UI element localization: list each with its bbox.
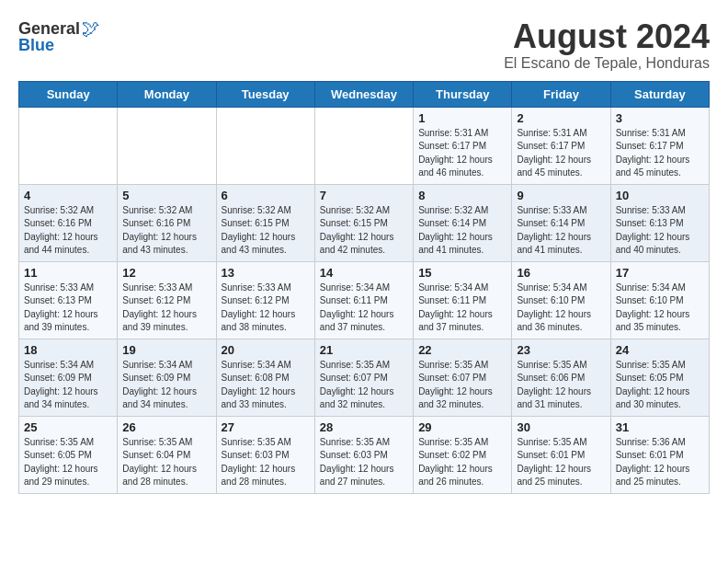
day-number: 6 (222, 189, 310, 202)
calendar-cell-11: 8Sunrise: 5:32 AM Sunset: 6:14 PM Daylig… (414, 184, 512, 261)
day-info: Sunrise: 5:32 AM Sunset: 6:14 PM Dayligh… (418, 204, 506, 258)
day-info: Sunrise: 5:35 AM Sunset: 6:03 PM Dayligh… (222, 436, 310, 489)
day-info: Sunrise: 5:35 AM Sunset: 6:05 PM Dayligh… (616, 359, 704, 412)
day-info: Sunrise: 5:35 AM Sunset: 6:07 PM Dayligh… (320, 359, 408, 412)
calendar-cell-31: 28Sunrise: 5:35 AM Sunset: 6:03 PM Dayli… (314, 416, 413, 493)
calendar-table: SundayMondayTuesdayWednesdayThursdayFrid… (18, 81, 710, 494)
day-number: 2 (517, 111, 605, 125)
calendar-cell-12: 9Sunrise: 5:33 AM Sunset: 6:14 PM Daylig… (512, 184, 610, 261)
day-number: 1 (418, 111, 506, 125)
weekday-header-row: SundayMondayTuesdayWednesdayThursdayFrid… (19, 81, 710, 107)
day-number: 28 (320, 420, 408, 434)
logo-bird-icon: 🕊 (82, 18, 100, 40)
weekday-header-saturday: Saturday (610, 81, 709, 107)
calendar-cell-6: 3Sunrise: 5:31 AM Sunset: 6:17 PM Daylig… (610, 107, 709, 184)
calendar-cell-22: 19Sunrise: 5:34 AM Sunset: 6:09 PM Dayli… (118, 339, 216, 416)
day-number: 9 (517, 189, 605, 202)
day-number: 23 (517, 343, 605, 357)
day-info: Sunrise: 5:34 AM Sunset: 6:11 PM Dayligh… (320, 282, 408, 335)
weekday-header-thursday: Thursday (414, 81, 512, 107)
day-info: Sunrise: 5:32 AM Sunset: 6:16 PM Dayligh… (24, 204, 112, 258)
day-info: Sunrise: 5:35 AM Sunset: 6:06 PM Dayligh… (517, 359, 605, 412)
calendar-cell-29: 26Sunrise: 5:35 AM Sunset: 6:04 PM Dayli… (118, 416, 216, 493)
day-number: 27 (222, 420, 310, 434)
day-info: Sunrise: 5:32 AM Sunset: 6:16 PM Dayligh… (122, 204, 210, 258)
calendar-cell-16: 13Sunrise: 5:33 AM Sunset: 6:12 PM Dayli… (216, 261, 314, 339)
day-number: 3 (616, 111, 704, 125)
weekday-header-wednesday: Wednesday (314, 81, 413, 107)
title-area: August 2024 El Escano de Tepale, Hondura… (504, 18, 710, 72)
calendar-cell-24: 21Sunrise: 5:35 AM Sunset: 6:07 PM Dayli… (314, 339, 413, 416)
week-row-2: 4Sunrise: 5:32 AM Sunset: 6:16 PM Daylig… (19, 184, 710, 261)
day-number: 26 (122, 420, 210, 434)
day-number: 20 (222, 343, 310, 357)
calendar-cell-25: 22Sunrise: 5:35 AM Sunset: 6:07 PM Dayli… (414, 339, 512, 416)
day-info: Sunrise: 5:35 AM Sunset: 6:02 PM Dayligh… (418, 436, 506, 489)
weekday-header-monday: Monday (118, 81, 216, 107)
week-row-5: 25Sunrise: 5:35 AM Sunset: 6:05 PM Dayli… (19, 416, 710, 493)
calendar-cell-2 (216, 107, 314, 184)
day-number: 13 (222, 266, 310, 280)
calendar-cell-34: 31Sunrise: 5:36 AM Sunset: 6:01 PM Dayli… (610, 416, 709, 493)
calendar-cell-20: 17Sunrise: 5:34 AM Sunset: 6:10 PM Dayli… (610, 261, 709, 339)
day-number: 21 (320, 343, 408, 357)
calendar-cell-19: 16Sunrise: 5:34 AM Sunset: 6:10 PM Dayli… (512, 261, 610, 339)
day-number: 24 (616, 343, 704, 357)
calendar-cell-27: 24Sunrise: 5:35 AM Sunset: 6:05 PM Dayli… (610, 339, 709, 416)
day-info: Sunrise: 5:32 AM Sunset: 6:15 PM Dayligh… (320, 204, 408, 258)
calendar-cell-28: 25Sunrise: 5:35 AM Sunset: 6:05 PM Dayli… (19, 416, 118, 493)
day-info: Sunrise: 5:31 AM Sunset: 6:17 PM Dayligh… (418, 127, 506, 180)
day-info: Sunrise: 5:34 AM Sunset: 6:08 PM Dayligh… (222, 359, 310, 412)
day-info: Sunrise: 5:34 AM Sunset: 6:09 PM Dayligh… (122, 359, 210, 412)
day-number: 19 (122, 343, 210, 357)
calendar-cell-9: 6Sunrise: 5:32 AM Sunset: 6:15 PM Daylig… (216, 184, 314, 261)
day-info: Sunrise: 5:36 AM Sunset: 6:01 PM Dayligh… (616, 436, 704, 489)
weekday-header-friday: Friday (512, 81, 610, 107)
day-info: Sunrise: 5:34 AM Sunset: 6:09 PM Dayligh… (24, 359, 112, 412)
day-info: Sunrise: 5:34 AM Sunset: 6:10 PM Dayligh… (616, 282, 704, 335)
day-number: 30 (517, 420, 605, 434)
day-info: Sunrise: 5:33 AM Sunset: 6:12 PM Dayligh… (122, 282, 210, 335)
day-info: Sunrise: 5:33 AM Sunset: 6:13 PM Dayligh… (24, 282, 112, 335)
day-info: Sunrise: 5:34 AM Sunset: 6:11 PM Dayligh… (418, 282, 506, 335)
calendar-cell-8: 5Sunrise: 5:32 AM Sunset: 6:16 PM Daylig… (118, 184, 216, 261)
day-number: 4 (24, 189, 112, 202)
day-number: 14 (320, 266, 408, 280)
day-info: Sunrise: 5:35 AM Sunset: 6:07 PM Dayligh… (418, 359, 506, 412)
calendar-cell-7: 4Sunrise: 5:32 AM Sunset: 6:16 PM Daylig… (19, 184, 118, 261)
calendar-cell-5: 2Sunrise: 5:31 AM Sunset: 6:17 PM Daylig… (512, 107, 610, 184)
day-number: 16 (517, 266, 605, 280)
day-info: Sunrise: 5:31 AM Sunset: 6:17 PM Dayligh… (616, 127, 704, 180)
day-number: 17 (616, 266, 704, 280)
day-info: Sunrise: 5:35 AM Sunset: 6:05 PM Dayligh… (24, 436, 112, 489)
day-info: Sunrise: 5:31 AM Sunset: 6:17 PM Dayligh… (517, 127, 605, 180)
calendar-cell-3 (314, 107, 413, 184)
calendar-cell-4: 1Sunrise: 5:31 AM Sunset: 6:17 PM Daylig… (414, 107, 512, 184)
day-info: Sunrise: 5:35 AM Sunset: 6:04 PM Dayligh… (122, 436, 210, 489)
calendar-cell-10: 7Sunrise: 5:32 AM Sunset: 6:15 PM Daylig… (314, 184, 413, 261)
calendar-body: 1Sunrise: 5:31 AM Sunset: 6:17 PM Daylig… (19, 107, 710, 493)
day-number: 10 (616, 189, 704, 202)
weekday-header-tuesday: Tuesday (216, 81, 314, 107)
calendar-cell-23: 20Sunrise: 5:34 AM Sunset: 6:08 PM Dayli… (216, 339, 314, 416)
day-number: 8 (418, 189, 506, 202)
day-number: 25 (24, 420, 112, 434)
calendar-cell-13: 10Sunrise: 5:33 AM Sunset: 6:13 PM Dayli… (610, 184, 709, 261)
day-number: 22 (418, 343, 506, 357)
day-info: Sunrise: 5:35 AM Sunset: 6:03 PM Dayligh… (320, 436, 408, 489)
day-info: Sunrise: 5:32 AM Sunset: 6:15 PM Dayligh… (222, 204, 310, 258)
week-row-4: 18Sunrise: 5:34 AM Sunset: 6:09 PM Dayli… (19, 339, 710, 416)
calendar-cell-32: 29Sunrise: 5:35 AM Sunset: 6:02 PM Dayli… (414, 416, 512, 493)
calendar-cell-21: 18Sunrise: 5:34 AM Sunset: 6:09 PM Dayli… (19, 339, 118, 416)
calendar-cell-30: 27Sunrise: 5:35 AM Sunset: 6:03 PM Dayli… (216, 416, 314, 493)
logo-blue: Blue (18, 36, 54, 55)
day-info: Sunrise: 5:33 AM Sunset: 6:13 PM Dayligh… (616, 204, 704, 258)
day-number: 15 (418, 266, 506, 280)
calendar-cell-17: 14Sunrise: 5:34 AM Sunset: 6:11 PM Dayli… (314, 261, 413, 339)
day-info: Sunrise: 5:33 AM Sunset: 6:14 PM Dayligh… (517, 204, 605, 258)
calendar-cell-0 (19, 107, 118, 184)
calendar-cell-1 (118, 107, 216, 184)
calendar-cell-26: 23Sunrise: 5:35 AM Sunset: 6:06 PM Dayli… (512, 339, 610, 416)
day-number: 12 (122, 266, 210, 280)
day-number: 31 (616, 420, 704, 434)
